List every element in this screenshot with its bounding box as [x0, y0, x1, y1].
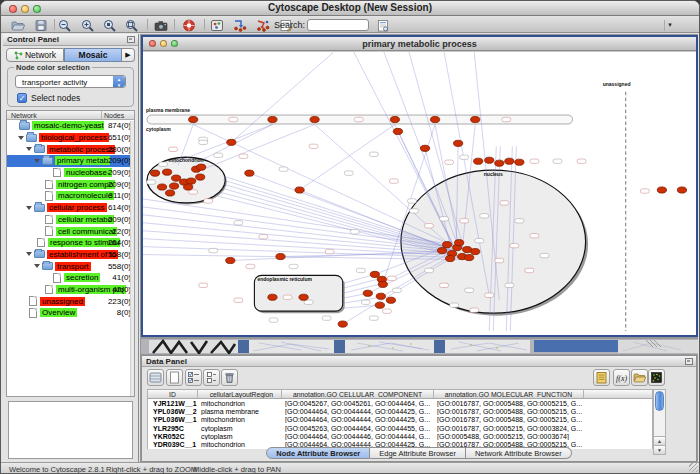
- node-label-pill[interactable]: [510, 243, 519, 247]
- node-label-pill[interactable]: [475, 238, 484, 242]
- tree-row[interactable]: macromolecule311(0): [7, 190, 134, 202]
- network-node[interactable]: [295, 187, 304, 193]
- tree-row[interactable]: nucleobase-209(0): [7, 167, 134, 179]
- node-label-pill[interactable]: [515, 219, 524, 223]
- node-label-pill[interactable]: [229, 117, 238, 121]
- expander-arrow-icon[interactable]: [34, 159, 40, 163]
- table-row[interactable]: YLR295Ccytoplasm[GO:0045263, GO:0044464,…: [148, 424, 652, 432]
- expander-arrow-icon[interactable]: [18, 136, 24, 140]
- node-label-pill[interactable]: [289, 264, 298, 268]
- tab-edge-attribute-browser[interactable]: Edge Attribute Browser: [370, 447, 466, 459]
- zoom-in-icon[interactable]: [80, 18, 96, 32]
- node-label-pill[interactable]: [344, 171, 353, 175]
- float-panel-icon[interactable]: [685, 358, 693, 365]
- chevron-down-icon[interactable]: ▼: [664, 20, 675, 31]
- unselect-attributes-icon[interactable]: [203, 369, 220, 386]
- node-label-pill[interactable]: [382, 309, 391, 313]
- tree-row[interactable]: biological_process651(0): [7, 132, 134, 144]
- snapshot-icon[interactable]: [153, 18, 169, 32]
- select-all-attributes-icon[interactable]: [147, 369, 164, 386]
- network-node[interactable]: [390, 116, 399, 122]
- network-node[interactable]: [420, 145, 429, 151]
- node-label-pill[interactable]: [159, 162, 168, 166]
- network-canvas[interactable]: plasma membranecytoplasmmitochondrionnuc…: [143, 52, 696, 335]
- tree-row[interactable]: cell communicat22(0): [7, 225, 134, 237]
- tab-mosaic[interactable]: Mosaic: [64, 48, 122, 62]
- tab-network-attribute-browser[interactable]: Network Attribute Browser: [466, 447, 572, 459]
- table-scrollbar[interactable]: ▲ ▼: [653, 389, 666, 455]
- network-node[interactable]: [184, 184, 193, 190]
- node-label-pill[interactable]: [407, 199, 416, 203]
- node-label-pill[interactable]: [204, 199, 213, 203]
- network-node[interactable]: [378, 281, 387, 287]
- node-label-pill[interactable]: [325, 249, 334, 253]
- node-label-pill[interactable]: [389, 179, 398, 183]
- network-node[interactable]: [310, 116, 319, 122]
- node-label-pill[interactable]: [387, 276, 396, 280]
- node-label-pill[interactable]: [369, 152, 378, 156]
- node-label-pill[interactable]: [283, 295, 292, 299]
- tree-row[interactable]: multi-organism pro42(0): [7, 284, 134, 296]
- table-row[interactable]: YPL036W__1mitochondrion[GO:0044464, GO:0…: [148, 416, 652, 424]
- formula-builder-icon[interactable]: f(x): [613, 369, 630, 386]
- node-label-pill[interactable]: [460, 219, 469, 223]
- node-label-pill[interactable]: [354, 117, 363, 121]
- tab-node-attribute-browser[interactable]: Node Attribute Browser: [266, 447, 370, 459]
- node-label-pill[interactable]: [440, 217, 449, 221]
- network-node[interactable]: [430, 116, 439, 122]
- column-header[interactable]: annotation.GO MOLECULAR_FUNCTION: [434, 390, 584, 398]
- network-node[interactable]: [455, 240, 464, 246]
- tree-row[interactable]: nitrogen compo209(0): [7, 178, 134, 190]
- table-row[interactable]: YKR052Ccytoplasm[GO:0044464, GO:0044446,…: [148, 432, 652, 440]
- expander-arrow-icon[interactable]: [26, 206, 32, 210]
- node-label-pill[interactable]: [470, 308, 479, 312]
- network-node[interactable]: [465, 254, 474, 260]
- attribute-table-header[interactable]: ID_cellularLayoutRegionannotation.GO CEL…: [148, 390, 652, 399]
- network-node[interactable]: [363, 290, 372, 296]
- node-label-pill[interactable]: [356, 268, 365, 272]
- network-node[interactable]: [386, 297, 395, 303]
- column-header[interactable]: ID: [148, 390, 198, 398]
- zoom-out-icon[interactable]: [57, 18, 73, 32]
- report-icon[interactable]: [375, 18, 391, 32]
- tree-scrollbar[interactable]: [130, 121, 134, 396]
- network-node[interactable]: [276, 253, 285, 259]
- node-label-pill[interactable]: [530, 234, 539, 238]
- select-nodes-checkbox[interactable]: ✓: [17, 93, 27, 103]
- new-attribute-icon[interactable]: [166, 369, 183, 386]
- network-node[interactable]: [471, 116, 480, 122]
- table-row[interactable]: YPL036W__2plasma membrane[GO:0044464, GO…: [148, 407, 652, 415]
- tree-row[interactable]: secretion41(0): [7, 272, 134, 284]
- annotations-icon[interactable]: [209, 18, 225, 32]
- combo-stepper-icon[interactable]: ▲▼: [113, 76, 125, 87]
- node-label-pill[interactable]: [234, 221, 243, 225]
- tree-row[interactable]: transport558(0): [7, 260, 134, 272]
- node-label-pill[interactable]: [246, 264, 255, 268]
- background-windows-strip[interactable]: [141, 339, 698, 354]
- network-node[interactable]: [245, 170, 254, 176]
- tree-row[interactable]: unassigned223(0): [7, 295, 134, 307]
- node-label-pill[interactable]: [350, 230, 359, 234]
- node-label-pill[interactable]: [505, 283, 514, 287]
- node-label-pill[interactable]: [553, 159, 562, 163]
- tree-row[interactable]: mosaic-demo-yeast874(0): [7, 120, 134, 132]
- node-label-pill[interactable]: [239, 154, 248, 158]
- column-divider[interactable]: [101, 111, 102, 119]
- tree-row[interactable]: cellular process614(0): [7, 202, 134, 214]
- network-node[interactable]: [376, 293, 385, 299]
- network-node[interactable]: [338, 321, 347, 327]
- node-label-pill[interactable]: [425, 224, 434, 228]
- node-label-pill[interactable]: [279, 167, 288, 171]
- network-node[interactable]: [189, 116, 198, 122]
- scrollbar-thumb[interactable]: [655, 391, 664, 411]
- tree-row[interactable]: Overview8(0): [7, 307, 134, 319]
- network-node[interactable]: [442, 242, 451, 248]
- column-header[interactable]: _cellularLayoutRegion: [198, 390, 282, 398]
- node-label-pill[interactable]: [440, 283, 449, 287]
- node-label-pill[interactable]: [309, 144, 318, 148]
- node-label-pill[interactable]: [530, 159, 539, 163]
- node-label-pill[interactable]: [500, 201, 509, 205]
- search-input[interactable]: ▼: [307, 19, 369, 31]
- network-node[interactable]: [187, 178, 196, 184]
- network-node[interactable]: [495, 160, 504, 166]
